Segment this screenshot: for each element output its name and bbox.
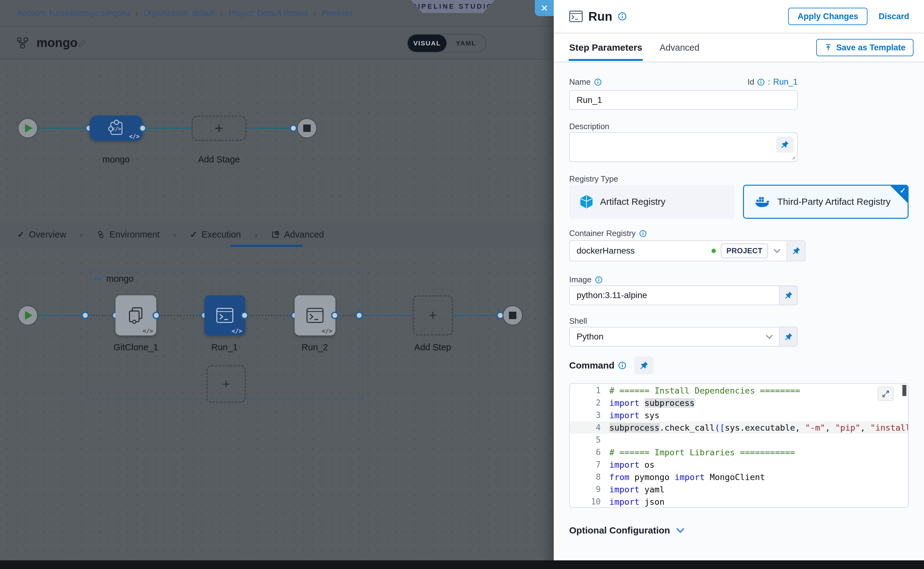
breadcrumb-account[interactable]: Account: kurosakiichigo.songoku	[17, 9, 130, 18]
check-icon: ✓	[900, 186, 906, 195]
close-drawer-button[interactable]: ✕	[535, 0, 554, 16]
breadcrumb-organization[interactable]: Organization: default	[144, 9, 215, 18]
add-stage-button[interactable]: +	[191, 116, 246, 141]
collapse-group-icon[interactable]	[94, 278, 101, 280]
port[interactable]	[356, 312, 363, 319]
optional-configuration-toggle[interactable]: Optional Configuration	[569, 525, 685, 536]
tab-overview[interactable]: ✓ Overview	[17, 230, 66, 240]
code-line[interactable]: 6# ====== Import Libraries ===========	[570, 446, 908, 458]
info-icon[interactable]	[594, 78, 602, 86]
chevron-down-icon[interactable]	[773, 248, 781, 254]
code-line[interactable]: 3import sys	[570, 409, 908, 421]
drawer-title: Run	[588, 9, 612, 23]
shell-value[interactable]: Python	[577, 332, 760, 342]
code-line[interactable]: 4subprocess.check_call([sys.executable, …	[570, 421, 908, 434]
info-icon[interactable]	[618, 12, 627, 21]
execution-canvas[interactable]: mongo </> </>	[0, 247, 554, 560]
yaml-toggle-button[interactable]: YAML	[447, 35, 485, 52]
execution-start-node[interactable]	[18, 305, 38, 326]
code-line[interactable]: 1# ====== Install Dependencies ========	[570, 384, 908, 397]
pin-runtime-input-button[interactable]	[787, 241, 805, 261]
step-node-run1[interactable]: </>	[204, 295, 245, 335]
pin-runtime-input-button[interactable]	[634, 356, 653, 374]
pin-icon	[780, 140, 789, 149]
add-parallel-step-button[interactable]: +	[206, 365, 246, 403]
stage-node-mongo[interactable]: </> </>	[90, 116, 143, 141]
port[interactable]	[82, 312, 89, 319]
top-header: Account: kurosakiichigo.songoku › Organi…	[0, 0, 554, 27]
stage-canvas[interactable]: </> </> + mongo Add Stage	[0, 59, 554, 223]
pipeline-studio-badge: PIPELINE STUDIO	[411, 0, 495, 13]
group-label: mongo	[106, 274, 134, 284]
tab-advanced-step[interactable]: Advanced	[660, 43, 699, 53]
breadcrumb-project[interactable]: Project: Default Project	[228, 9, 308, 18]
code-line[interactable]: 2import subprocess	[570, 397, 908, 409]
registry-option-third-party[interactable]: Third-Party Artifact Registry ✓	[743, 185, 909, 219]
pipeline-end-node[interactable]	[297, 118, 317, 138]
command-editor[interactable]: 1# ====== Install Dependencies ========2…	[569, 383, 909, 508]
code-line[interactable]: 7import os	[570, 458, 908, 471]
info-icon[interactable]	[595, 276, 602, 284]
image-value[interactable]: python:3.11-alpine	[577, 291, 773, 300]
code-badge-icon: </>	[143, 327, 153, 334]
breadcrumb-pipelines[interactable]: Pipelines	[322, 9, 353, 18]
add-step-button[interactable]: +	[413, 295, 453, 335]
step-id-value[interactable]: Run_1	[773, 77, 798, 87]
dotted-connector	[161, 315, 201, 316]
stage-label[interactable]: mongo	[88, 154, 144, 165]
end-in-port[interactable]	[290, 125, 297, 132]
edit-pipeline-icon[interactable]	[78, 38, 87, 47]
visual-toggle-button[interactable]: VISUAL	[408, 35, 447, 52]
add-stage-label[interactable]: Add Stage	[191, 154, 246, 165]
drawer-content: Name Id : Run_1 Description Registry Typ…	[554, 62, 924, 560]
tab-environment[interactable]: Environment	[96, 230, 160, 240]
editor-scrollbar-thumb[interactable]	[903, 385, 906, 396]
apply-changes-button[interactable]: Apply Changes	[788, 8, 868, 25]
step-node-run2[interactable]: </>	[295, 295, 335, 335]
info-icon[interactable]	[618, 361, 626, 370]
resize-handle-icon[interactable]	[790, 154, 796, 160]
code-line[interactable]: 5	[570, 434, 908, 446]
stage-out-port[interactable]	[139, 125, 146, 132]
port[interactable]	[331, 312, 339, 319]
step-label[interactable]: GitClone_1	[108, 342, 164, 353]
image-label: Image	[569, 275, 602, 284]
tab-execution[interactable]: ✓ Execution	[190, 230, 241, 240]
info-icon[interactable]	[757, 78, 764, 86]
registry-option-artifact[interactable]: Artifact Registry	[569, 185, 735, 219]
discard-button[interactable]: Discard	[878, 12, 909, 21]
pin-runtime-input-button[interactable]	[779, 327, 797, 346]
add-step-label[interactable]: Add Step	[405, 342, 460, 353]
connector-line	[146, 128, 191, 129]
code-line[interactable]: 10import json	[570, 496, 908, 508]
shell-select[interactable]: Python	[569, 327, 798, 347]
step-node-gitclone[interactable]: </>	[116, 295, 156, 335]
save-as-template-button[interactable]: Save as Template	[816, 39, 913, 56]
port[interactable]	[153, 312, 160, 319]
description-textarea[interactable]	[569, 132, 798, 162]
container-registry-value[interactable]: dockerHarness	[577, 246, 707, 256]
step-label[interactable]: Run_1	[197, 342, 252, 353]
pin-icon	[639, 361, 649, 370]
expand-editor-button[interactable]	[878, 387, 894, 401]
step-label[interactable]: Run_2	[287, 342, 342, 353]
tab-step-parameters[interactable]: Step Parameters	[569, 42, 642, 53]
container-registry-field[interactable]: dockerHarness PROJECT	[569, 240, 805, 261]
name-input[interactable]	[569, 90, 798, 110]
svg-text:</>: </>	[112, 126, 122, 132]
code-line[interactable]: 8from pymongo import MongoClient	[570, 471, 908, 483]
pin-runtime-input-button[interactable]	[779, 286, 797, 304]
execution-end-node[interactable]	[503, 305, 523, 326]
info-icon[interactable]	[639, 230, 647, 237]
breadcrumb: Account: kurosakiichigo.songoku › Organi…	[17, 0, 353, 26]
image-field[interactable]: python:3.11-alpine	[569, 285, 798, 305]
pin-runtime-input-button[interactable]	[776, 137, 793, 152]
tab-separator-icon: ›	[254, 230, 258, 240]
tab-advanced[interactable]: Advanced	[271, 230, 324, 240]
template-icon	[824, 44, 832, 52]
pipeline-start-node[interactable]	[18, 118, 38, 138]
chevron-down-icon[interactable]	[765, 334, 773, 339]
code-line[interactable]: 9import yaml	[570, 483, 908, 496]
code-badge-icon: </>	[129, 133, 140, 140]
port[interactable]	[241, 312, 248, 319]
